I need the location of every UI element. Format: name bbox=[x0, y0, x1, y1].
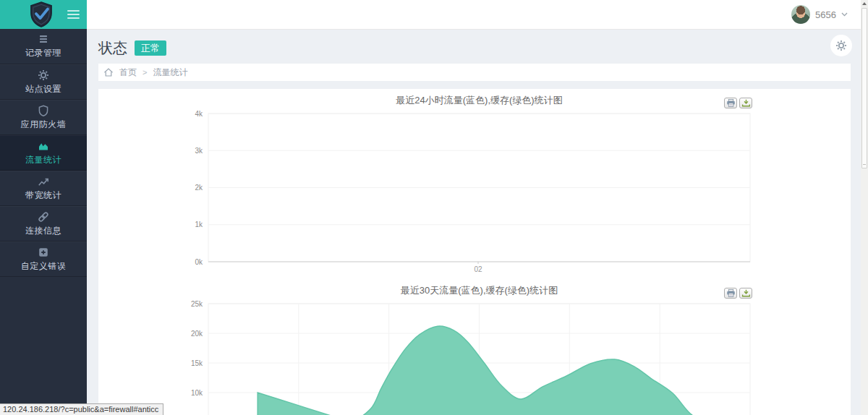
svg-text:02: 02 bbox=[474, 265, 482, 273]
link-icon bbox=[38, 211, 49, 223]
line-chart-icon bbox=[38, 176, 49, 187]
link-status-bar: 120.24.186.218/?c=public&a=firewall#anti… bbox=[0, 403, 163, 415]
svg-text:20k: 20k bbox=[191, 330, 203, 338]
plus-square-icon bbox=[38, 247, 49, 258]
sidebar-item-records[interactable]: 记录管理 bbox=[0, 29, 87, 64]
svg-text:1k: 1k bbox=[195, 221, 203, 228]
sidebar-item-site-settings[interactable]: 站点设置 bbox=[0, 64, 87, 100]
sidebar-nav: 记录管理站点设置应用防火墙流量统计带宽统计连接信息自定义错误 bbox=[0, 29, 87, 277]
area-chart-icon bbox=[38, 140, 49, 152]
content-card: 4k3k2k1k0k0225k20k15k10k5k0k 最近24小时流量(蓝色… bbox=[98, 89, 851, 415]
print-icon bbox=[726, 289, 736, 297]
chart-title-1: 最近24小时流量(蓝色),缓存(绿色)统计图 bbox=[208, 94, 750, 107]
sidebar-item-label: 流量统计 bbox=[25, 154, 61, 166]
sidebar-item-label: 记录管理 bbox=[25, 47, 61, 59]
breadcrumb-current: 流量统计 bbox=[153, 67, 187, 79]
page-title: 状态 bbox=[98, 38, 127, 58]
print-icon bbox=[726, 99, 736, 107]
sidebar-item-label: 站点设置 bbox=[25, 83, 61, 95]
sidebar-item-firewall[interactable]: 应用防火墙 bbox=[0, 100, 87, 135]
sidebar-item-traffic[interactable]: 流量统计 bbox=[0, 135, 87, 171]
print-button[interactable] bbox=[724, 288, 737, 299]
shield-check-logo-icon bbox=[29, 1, 54, 27]
chart-title-2: 最近30天流量(蓝色),缓存(绿色)统计图 bbox=[208, 284, 750, 297]
settings-button[interactable] bbox=[830, 35, 852, 56]
breadcrumb: 首页 > 流量统计 bbox=[98, 64, 851, 81]
sidebar-item-label: 应用防火墙 bbox=[21, 119, 67, 131]
download-button[interactable] bbox=[739, 98, 752, 108]
breadcrumb-separator: > bbox=[142, 68, 147, 77]
main-content: 状态 正常 首页 > 流量统计 4k3k2k1k0k0225k20k15k10k… bbox=[87, 30, 868, 415]
chevron-down-icon bbox=[841, 12, 848, 17]
vertical-scrollbar[interactable] bbox=[861, 0, 868, 415]
username: 5656 bbox=[815, 9, 836, 20]
area-series bbox=[258, 326, 750, 415]
hamburger-menu-icon[interactable] bbox=[67, 10, 80, 19]
status-badge: 正常 bbox=[135, 40, 166, 56]
svg-text:4k: 4k bbox=[195, 110, 203, 118]
svg-text:15k: 15k bbox=[191, 359, 203, 367]
shield-icon bbox=[38, 105, 49, 116]
download-icon bbox=[741, 289, 751, 297]
svg-text:3k: 3k bbox=[195, 147, 203, 155]
chart-toolbar-1 bbox=[724, 98, 752, 108]
avatar[interactable] bbox=[791, 5, 810, 24]
svg-text:25k: 25k bbox=[191, 300, 203, 308]
chart-toolbar-2 bbox=[724, 288, 752, 299]
sidebar-item-custom-errors[interactable]: 自定义错误 bbox=[0, 241, 87, 277]
list-icon bbox=[38, 33, 49, 45]
scrollbar-thumb[interactable] bbox=[861, 8, 867, 168]
home-icon bbox=[103, 67, 114, 77]
charts-canvas: 4k3k2k1k0k0225k20k15k10k5k0k bbox=[98, 89, 851, 415]
sidebar-item-bandwidth[interactable]: 带宽统计 bbox=[0, 171, 87, 206]
download-button[interactable] bbox=[739, 288, 752, 299]
gear-icon bbox=[38, 69, 49, 81]
sidebar: 记录管理站点设置应用防火墙流量统计带宽统计连接信息自定义错误 bbox=[0, 0, 87, 415]
sidebar-item-label: 带宽统计 bbox=[25, 189, 61, 202]
breadcrumb-home[interactable]: 首页 bbox=[119, 67, 137, 79]
print-button[interactable] bbox=[724, 98, 737, 108]
svg-text:0k: 0k bbox=[195, 258, 203, 266]
gear-icon bbox=[835, 40, 847, 51]
sidebar-item-label: 自定义错误 bbox=[21, 260, 67, 273]
scrollbar-up-arrow-icon[interactable] bbox=[861, 0, 868, 7]
svg-text:2k: 2k bbox=[195, 184, 203, 192]
sidebar-item-label: 连接信息 bbox=[25, 225, 61, 237]
sidebar-item-connections[interactable]: 连接信息 bbox=[0, 206, 87, 241]
svg-text:10k: 10k bbox=[191, 389, 203, 397]
user-menu[interactable]: 5656 bbox=[791, 0, 848, 29]
download-icon bbox=[741, 99, 751, 107]
brand-header bbox=[0, 0, 87, 29]
topbar: 5656 bbox=[87, 0, 868, 30]
